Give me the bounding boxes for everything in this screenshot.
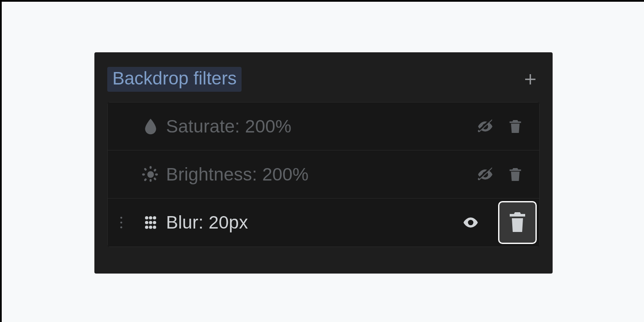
filter-label: Blur: 20px <box>166 212 459 233</box>
add-filter-button[interactable] <box>521 70 540 89</box>
panel-title: Backdrop filters <box>107 67 242 92</box>
filter-row-blur[interactable]: Blur: 20px <box>108 199 539 247</box>
svg-point-13 <box>120 217 122 219</box>
trash-icon <box>507 166 524 183</box>
eye-icon <box>462 214 479 231</box>
filter-row-brightness[interactable]: Brightness: 200% <box>108 150 539 199</box>
delete-filter-button[interactable] <box>498 201 537 244</box>
svg-point-23 <box>149 226 152 229</box>
toggle-visibility-button[interactable] <box>473 114 497 138</box>
trash-icon <box>507 210 528 235</box>
filter-row-saturate[interactable]: Saturate: 200% <box>108 102 539 150</box>
svg-point-20 <box>149 221 152 225</box>
panel-header: Backdrop filters <box>107 67 540 92</box>
toggle-visibility-button[interactable] <box>473 163 497 187</box>
svg-line-9 <box>145 178 146 180</box>
svg-point-22 <box>145 226 148 229</box>
trash-icon <box>507 118 524 135</box>
grip-vertical-icon <box>120 216 126 229</box>
eye-off-icon <box>477 166 494 183</box>
svg-line-7 <box>145 169 146 170</box>
svg-line-8 <box>155 178 156 180</box>
svg-point-19 <box>145 221 148 225</box>
backdrop-filters-panel: Backdrop filters Saturate: 200% <box>94 52 553 274</box>
svg-point-2 <box>147 171 154 178</box>
toggle-visibility-button[interactable] <box>459 211 483 235</box>
svg-point-15 <box>120 226 122 229</box>
plus-icon <box>523 72 538 87</box>
filter-list: Saturate: 200% <box>107 102 540 247</box>
saturate-icon <box>135 117 166 136</box>
svg-point-14 <box>120 222 122 224</box>
delete-filter-button[interactable] <box>503 163 527 187</box>
blur-icon <box>135 213 166 232</box>
filter-label: Saturate: 200% <box>166 116 473 137</box>
eye-off-icon <box>477 118 494 135</box>
svg-point-18 <box>153 217 156 220</box>
brightness-icon <box>135 165 166 184</box>
svg-line-10 <box>155 169 156 170</box>
svg-point-21 <box>153 221 156 225</box>
filter-label: Brightness: 200% <box>166 164 473 185</box>
svg-point-17 <box>149 217 152 220</box>
delete-filter-button[interactable] <box>503 114 527 138</box>
drag-handle[interactable] <box>120 216 135 229</box>
svg-point-16 <box>145 217 148 220</box>
svg-point-24 <box>153 226 156 229</box>
